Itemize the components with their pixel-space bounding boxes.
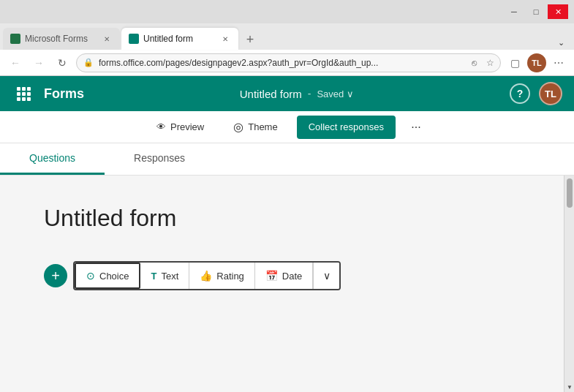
minimize-button[interactable]: ─ xyxy=(504,4,524,19)
user-avatar[interactable]: TL xyxy=(539,82,562,105)
help-button[interactable]: ? xyxy=(510,83,530,104)
preview-icon: 👁 xyxy=(156,121,166,132)
question-type-choice[interactable]: ⊙ Choice xyxy=(75,263,140,289)
tab-bar-menu[interactable]: ⌄ xyxy=(551,35,571,50)
form-title-in-header: Untitled form xyxy=(240,88,302,100)
sidebar-toggle-button[interactable]: ▢ xyxy=(505,53,524,72)
page-wrapper: ─ □ ✕ Microsoft Forms ✕ Untitled form ✕ … xyxy=(0,0,574,392)
rating-icon: 👍 xyxy=(200,270,212,282)
tab1-label: Microsoft Forms xyxy=(25,34,97,44)
app-header-center: Untitled form - Saved ∨ xyxy=(93,88,501,100)
address-bar: ← → ↻ 🔒 ⎋ ☆ ▢ TL ⋯ xyxy=(0,50,574,76)
app-header: Forms Untitled form - Saved ∨ ? TL xyxy=(0,76,574,111)
date-icon: 📅 xyxy=(265,270,278,282)
address-actions: ⎋ ☆ xyxy=(467,56,496,69)
maximize-button[interactable]: □ xyxy=(526,4,546,19)
browser-tab-1[interactable]: Microsoft Forms ✕ xyxy=(3,28,120,50)
tab2-label: Untitled form xyxy=(143,34,215,44)
choice-label: Choice xyxy=(99,271,129,282)
question-type-bar: ⊙ Choice T Text 👍 Rating 📅 Date xyxy=(73,261,341,290)
star-icon[interactable]: ☆ xyxy=(483,56,496,69)
text-label: Text xyxy=(161,271,178,282)
tab1-close[interactable]: ✕ xyxy=(101,33,113,45)
new-tab-button[interactable]: + xyxy=(240,29,260,50)
header-separator: - xyxy=(308,88,311,99)
address-wrapper: 🔒 ⎋ ☆ xyxy=(76,53,501,72)
saved-badge[interactable]: Saved ∨ xyxy=(317,88,354,99)
close-button[interactable]: ✕ xyxy=(548,4,568,19)
tab-questions[interactable]: Questions xyxy=(0,143,105,175)
choice-icon: ⊙ xyxy=(86,270,95,282)
app-header-right: ? TL xyxy=(510,82,562,105)
theme-label: Theme xyxy=(248,121,277,132)
toolbar: 👁 Preview ◎ Theme Collect responses ··· xyxy=(0,111,574,143)
profile-button[interactable]: TL xyxy=(527,53,546,72)
theme-icon: ◎ xyxy=(233,120,243,134)
form-title: Untitled form xyxy=(44,205,520,232)
add-question-row: + ⊙ Choice T Text 👍 Rating 📅 xyxy=(44,261,520,290)
refresh-button[interactable]: ↻ xyxy=(53,53,72,72)
address-input[interactable] xyxy=(76,53,501,72)
forward-button[interactable]: → xyxy=(29,53,48,72)
tab1-favicon xyxy=(10,34,20,44)
title-bar-right: ─ □ ✕ xyxy=(504,4,568,19)
tab2-favicon xyxy=(129,34,139,44)
main-content: Untitled form + ⊙ Choice T Text 👍 Rating xyxy=(0,176,574,392)
theme-button[interactable]: ◎ Theme xyxy=(223,116,287,139)
title-bar: ─ □ ✕ xyxy=(0,0,574,23)
text-icon: T xyxy=(151,271,156,282)
more-types-button[interactable]: ∨ xyxy=(313,263,339,289)
grid-icon xyxy=(17,87,31,101)
chevron-down-icon: ∨ xyxy=(347,88,354,99)
saved-label: Saved xyxy=(317,88,344,99)
browser-tab-2[interactable]: Untitled form ✕ xyxy=(121,28,238,50)
tab2-close[interactable]: ✕ xyxy=(219,33,231,45)
scrollbar-track: ▲ ▼ xyxy=(564,176,574,392)
content-area: Untitled form + ⊙ Choice T Text 👍 Rating xyxy=(0,176,564,392)
tab-responses[interactable]: Responses xyxy=(105,143,214,175)
tab-bar-right: ⌄ xyxy=(551,35,571,50)
tab-bar: Microsoft Forms ✕ Untitled form ✕ + ⌄ xyxy=(0,23,574,50)
rating-label: Rating xyxy=(216,271,244,282)
scrollbar-thumb[interactable] xyxy=(567,178,573,208)
question-type-rating[interactable]: 👍 Rating xyxy=(189,263,255,289)
preview-button[interactable]: 👁 Preview xyxy=(146,116,214,139)
question-type-date[interactable]: 📅 Date xyxy=(255,263,313,289)
menu-button[interactable]: ⋯ xyxy=(549,53,568,72)
preview-label: Preview xyxy=(170,121,204,132)
app-grid-button[interactable] xyxy=(12,82,35,105)
app-name: Forms xyxy=(44,86,84,102)
lock-icon: 🔒 xyxy=(83,58,94,67)
browser-actions: ▢ TL ⋯ xyxy=(505,53,568,72)
tab-navigation: Questions Responses xyxy=(0,143,574,176)
toolbar-more-button[interactable]: ··· xyxy=(404,116,428,139)
question-type-text[interactable]: T Text xyxy=(140,263,189,289)
back-button[interactable]: ← xyxy=(6,53,25,72)
date-label: Date xyxy=(282,271,302,282)
share-icon[interactable]: ⎋ xyxy=(467,56,480,69)
add-question-button[interactable]: + xyxy=(44,264,67,287)
collect-responses-button[interactable]: Collect responses xyxy=(297,116,396,139)
scrollbar-down-button[interactable]: ▼ xyxy=(564,382,574,392)
chevron-down-icon: ∨ xyxy=(323,270,331,282)
